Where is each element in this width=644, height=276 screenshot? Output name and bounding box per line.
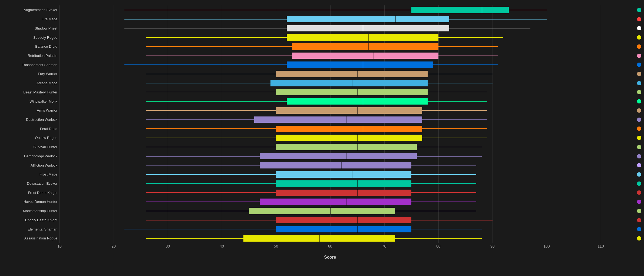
box-row: [60, 161, 601, 170]
median-line: [357, 189, 358, 196]
chart-area: Augmentation EvokerFire MageShadow Pries…: [0, 5, 644, 243]
box-rect: [287, 25, 449, 32]
spec-dot: [637, 136, 641, 140]
median-line: [346, 116, 347, 123]
median-line: [357, 134, 358, 142]
spec-dot: [637, 172, 641, 177]
median-line: [363, 25, 363, 32]
x-axis-container: 102030405060708090100110: [60, 243, 601, 254]
box-rect: [249, 208, 395, 214]
y-label: Assassination Rogue: [0, 236, 57, 240]
y-label: Affliction Warlock: [0, 164, 57, 167]
median-line: [357, 216, 358, 224]
box-row: [60, 106, 601, 115]
box-row: [60, 5, 601, 15]
box-row: [60, 42, 601, 51]
box-rect: [411, 7, 509, 13]
box-row: [60, 142, 601, 152]
median-line: [341, 162, 342, 169]
y-label: Elemental Shaman: [0, 228, 57, 231]
x-tick: 80: [436, 244, 441, 248]
y-label: Destruction Warlock: [0, 118, 57, 121]
spec-dot: [637, 190, 641, 195]
median-line: [357, 107, 358, 114]
box-row: [60, 97, 601, 106]
box-rect: [276, 190, 411, 196]
box-rect: [270, 80, 427, 86]
y-label: Devastation Evoker: [0, 182, 57, 185]
box-row: [60, 124, 601, 134]
spec-dot: [637, 126, 641, 131]
plot-area: [60, 5, 601, 243]
box-row: [60, 60, 601, 69]
box-row: [60, 33, 601, 42]
y-label: Demonology Warlock: [0, 154, 57, 158]
median-line: [363, 61, 363, 69]
y-label: Havoc Demon Hunter: [0, 200, 57, 203]
median-line: [357, 143, 358, 151]
spec-dot: [637, 72, 641, 76]
box-row: [60, 179, 601, 188]
spec-dot: [637, 200, 641, 204]
box-rect: [287, 16, 449, 22]
x-tick: 20: [111, 244, 116, 248]
y-labels: Augmentation EvokerFire MageShadow Pries…: [0, 5, 60, 243]
y-label: Frost Mage: [0, 173, 57, 176]
spec-dot: [637, 54, 641, 58]
box-row: [60, 216, 601, 225]
median-line: [368, 43, 369, 50]
y-label: Subtlety Rogue: [0, 36, 57, 39]
box-rect: [276, 89, 427, 96]
box-rect: [292, 43, 438, 50]
box-row: [60, 152, 601, 161]
y-label: Enhancement Shaman: [0, 63, 57, 67]
box-rect: [260, 162, 411, 168]
box-rect: [276, 171, 411, 178]
box-row: [60, 225, 601, 234]
y-label: Shadow Priest: [0, 27, 57, 30]
spec-dot: [637, 63, 641, 67]
box-rect: [260, 153, 417, 160]
median-line: [357, 89, 358, 96]
spec-dot: [637, 99, 641, 103]
y-label: Unholy Death Knight: [0, 218, 57, 222]
box-rect: [276, 217, 411, 223]
box-rect: [276, 135, 422, 141]
y-label: Arcane Mage: [0, 81, 57, 85]
box-row: [60, 88, 601, 97]
y-label: Balance Druid: [0, 45, 57, 48]
spec-dot: [637, 35, 641, 40]
median-line: [357, 70, 358, 77]
y-label: Survival Hunter: [0, 145, 57, 149]
x-tick: 60: [328, 244, 332, 248]
spec-dot: [637, 81, 641, 85]
dot-area: [601, 5, 644, 243]
spec-dot: [637, 163, 641, 167]
spec-dot: [637, 236, 641, 241]
median-line: [357, 180, 358, 187]
spec-dot: [637, 227, 641, 231]
box-rect: [287, 98, 427, 105]
y-label: Marksmanship Hunter: [0, 209, 57, 213]
box-row: [60, 133, 601, 142]
y-label: Fury Warrior: [0, 72, 57, 76]
box-row: [60, 79, 601, 88]
box-row: [60, 51, 601, 60]
box-row: [60, 115, 601, 124]
box-row: [60, 170, 601, 179]
spec-dot: [637, 108, 641, 113]
x-tick: 70: [382, 244, 387, 248]
y-label: Feral Druid: [0, 127, 57, 131]
median-line: [368, 34, 369, 41]
spec-dot: [637, 145, 641, 149]
chart-container: Augmentation EvokerFire MageShadow Pries…: [0, 0, 644, 276]
box-rect: [287, 61, 433, 68]
median-line: [374, 52, 374, 59]
median-line: [363, 125, 363, 132]
box-rect: [260, 199, 411, 205]
x-tick: 110: [597, 244, 604, 248]
box-rect: [276, 126, 422, 132]
box-rect: [276, 180, 411, 187]
box-rect: [287, 34, 438, 41]
box-rect: [276, 107, 422, 114]
